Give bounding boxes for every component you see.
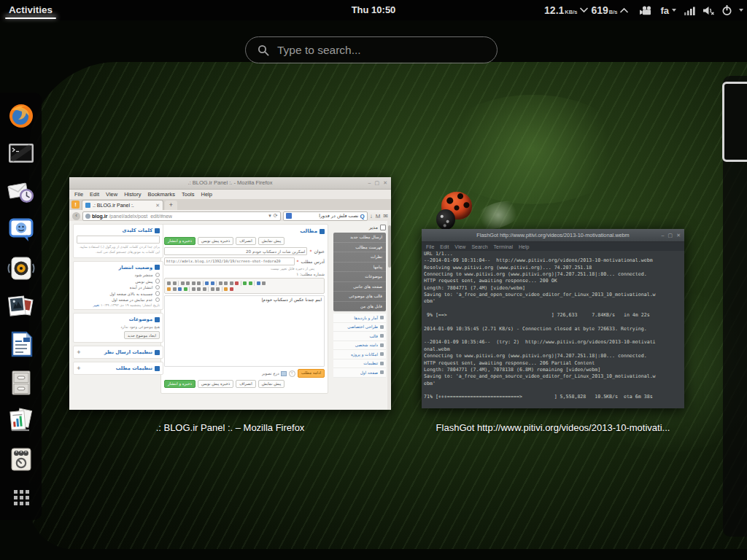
video-camera-icon[interactable] xyxy=(639,6,652,15)
window-controls: – ▢ ✕ xyxy=(368,177,387,189)
terminal-line: HTTP request sent, awaiting response... … xyxy=(424,360,682,367)
expand-icon: + xyxy=(77,365,81,371)
menu-item: فایل های من xyxy=(333,302,386,312)
dock-item-audio-player[interactable] xyxy=(6,253,36,284)
terminal-line: ebm' xyxy=(424,381,682,387)
menu-bookmarks: Bookmarks xyxy=(148,191,176,198)
radio-icon xyxy=(155,279,160,284)
radio-icon xyxy=(155,291,160,296)
menu-history: History xyxy=(124,191,141,198)
dock-item-terminal[interactable] xyxy=(6,138,36,168)
show-applications-icon xyxy=(14,490,18,494)
comment-settings-card: تنظیمات ارسال نظر + xyxy=(73,346,163,359)
menu-file: File xyxy=(74,191,83,198)
menu-item: آمار و بازدیدها xyxy=(333,314,386,323)
menu-view: View xyxy=(106,191,117,198)
url-dropdown-icon: ▾ xyxy=(268,213,271,219)
terminal-icon xyxy=(7,139,36,168)
post-url-input: http://adelx.blog.ir/1392/10/19/screen-s… xyxy=(164,257,295,265)
terminal-window-preview[interactable]: FlashGot http://www.pitivi.org/videos/20… xyxy=(422,229,684,408)
terminal-line: Resolving www.pitivi.org (www.pitivi.org… xyxy=(424,265,682,271)
search-input[interactable]: Type to search... xyxy=(245,36,498,63)
search-engine-icon xyxy=(286,213,292,219)
section-icon xyxy=(155,350,160,355)
menu-item: دامنه شخصی xyxy=(333,341,386,351)
image-icon xyxy=(281,371,287,376)
dock-item-mail[interactable] xyxy=(6,176,36,207)
help-icon: ؟ xyxy=(289,370,295,377)
keywords-help: برای جدا کردن کلمات کلیدی از ویرگول (،) … xyxy=(77,245,160,255)
editor-buttons-bottom: ذخیره و انتشار ذخیره پیش نویس انصراف پیش… xyxy=(164,380,325,388)
firefox-icon xyxy=(7,101,36,130)
terminal-line: 9% [==> ] 726,633 7.84KB/s in 4m 22s xyxy=(424,312,682,319)
power-icon[interactable] xyxy=(721,5,732,16)
dock-item-file-cabinet[interactable] xyxy=(6,368,36,398)
title-input: اسکرین شات از دسکتاپ خودم 20 xyxy=(164,247,307,255)
firefox-menubar: File Edit View History Bookmarks Tools H… xyxy=(69,190,391,199)
dock-item-photos[interactable] xyxy=(6,291,36,322)
top-bar: Activities Thu 10:50 12.1KB/s 619B/s fa xyxy=(0,0,747,20)
editor-toolbar xyxy=(164,278,325,294)
panel-light-menu: آمار و بازدیدها طراحی اختصاصی قالب دامنه… xyxy=(333,314,386,378)
download-speed: 12.1 xyxy=(544,4,564,16)
editor-toolbar-row xyxy=(167,280,322,286)
terminal-output: URL 1/1... --2014-01-09 10:31:04-- http:… xyxy=(422,250,684,408)
editor-toolbar-row xyxy=(167,286,322,292)
workspace-thumbnail[interactable] xyxy=(722,82,747,162)
menu-file: File xyxy=(426,244,434,249)
site-identity-icon xyxy=(85,214,90,219)
save-draft-button: ذخیره پیش نویس xyxy=(198,380,233,388)
search-placeholder: Type to search... xyxy=(277,44,361,57)
menu-item: پیامها xyxy=(333,262,386,273)
dock-item-documents[interactable] xyxy=(6,405,36,436)
firefox-window-preview[interactable]: .: BLOG.ir Panel :. - Mozilla Firefox – … xyxy=(69,177,391,410)
menu-help: Help xyxy=(201,191,212,198)
volume-muted-icon[interactable] xyxy=(703,6,715,15)
editor-buttons-top: ذخیره و انتشار ذخیره پیش نویس انصراف پیش… xyxy=(164,237,325,245)
search-field-value: نصب فلش در فدورا xyxy=(293,213,359,219)
editor-extras-row: ادامه مطلب ؟ درج تصویر xyxy=(164,369,325,377)
post-editor-card: مطالب ذخیره و انتشار ذخیره پیش نویس انصر… xyxy=(160,224,328,394)
signal-bars-icon[interactable] xyxy=(684,6,696,15)
dock-item-firefox[interactable] xyxy=(6,100,36,131)
title-field-row: عنوان* اسکرین شات از دسکتاپ خودم 20 xyxy=(164,247,325,255)
radio-icon xyxy=(155,273,160,278)
keyboard-layout-indicator[interactable]: fa xyxy=(660,5,676,16)
expand-icon: + xyxy=(77,349,81,355)
terminal-line: Saving to: 'a_free_and_open_source_video… xyxy=(424,292,682,298)
browser-tab: .: BLOG.ir Panel :. ✕ xyxy=(82,200,163,210)
cancel-button: انصراف xyxy=(236,380,256,388)
terminal-line: --2014-01-09 10:35:46-- (try: 2) http://… xyxy=(424,339,682,346)
status-option: منتشر شود xyxy=(77,273,160,278)
menu-item: قالب xyxy=(333,332,386,341)
ladybug-head xyxy=(436,209,455,230)
menu-item: فهرست مطالب xyxy=(333,243,386,253)
terminal-line: onal.webm xyxy=(424,346,682,353)
save-draft-button: ذخیره پیش نویس xyxy=(198,237,233,245)
publish-button: ذخیره و انتشار xyxy=(164,237,196,245)
menu-search: Search xyxy=(471,244,487,249)
network-speed-indicator[interactable]: 12.1KB/s 619B/s xyxy=(544,4,631,16)
terminal-titlebar: FlashGot http://www.pitivi.org/videos/20… xyxy=(422,229,684,242)
system-menu-caret-icon[interactable] xyxy=(739,9,743,12)
radio-icon xyxy=(155,298,160,303)
topics-empty-text: هیچ موضوعی وجود ندارد xyxy=(77,324,160,329)
close-icon: ✕ xyxy=(383,177,387,189)
dock-item-audio-mixer[interactable] xyxy=(6,444,36,475)
scrollbar-thumb xyxy=(388,225,391,268)
insert-image-button: درج تصویر xyxy=(262,371,287,376)
status-option: پیش نویس xyxy=(77,279,160,284)
preview-button: پیش نمایش xyxy=(258,380,285,388)
dock-item-messenger[interactable] xyxy=(6,214,36,245)
blog-panel-page: مدیر ارسال مطلب جدید فهرست مطالب نظرات پ… xyxy=(69,221,391,410)
dock-item-writer[interactable] xyxy=(6,329,36,359)
terminal-line: HTTP request sent, awaiting response... … xyxy=(424,278,682,284)
search-go-icon: Q xyxy=(360,213,364,219)
terminal-window-caption: FlashGot http://www.pitivi.org/videos/20… xyxy=(422,422,684,433)
panel-dark-menu: ارسال مطلب جدید فهرست مطالب نظرات پیامها… xyxy=(333,233,386,311)
status-option: چسبیده به بالای صفحه اول xyxy=(77,291,160,296)
terminal-line: Length: 7804771 (7.4M), 7078138 (6.8M) r… xyxy=(424,367,682,373)
dock-item-show-applications[interactable] xyxy=(6,482,36,513)
cancel-button: انصراف xyxy=(236,237,256,245)
url-host: blog.ir xyxy=(92,214,107,219)
